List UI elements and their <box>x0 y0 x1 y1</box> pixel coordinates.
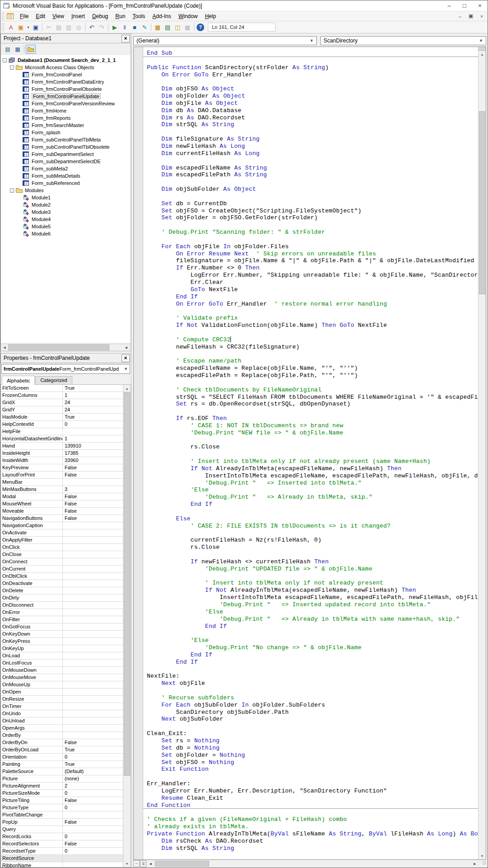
code-line[interactable]: escapedFileName = Replace(objFile.Name, … <box>143 365 478 372</box>
code-editor[interactable]: End Sub Public Function ScanDirectory(st… <box>143 47 478 859</box>
code-line[interactable] <box>143 236 478 243</box>
property-row-onkeydown[interactable]: OnKeyDown <box>1 631 123 638</box>
property-row-onundo[interactable]: OnUndo <box>1 710 123 717</box>
property-row-modal[interactable]: ModalFalse <box>1 493 123 500</box>
code-line[interactable]: Dim rsCheck As DAO.Recordset <box>143 838 478 845</box>
code-line[interactable] <box>143 307 478 315</box>
property-row-orderbyon[interactable]: OrderByOnFalse <box>1 739 123 746</box>
property-row-ondelete[interactable]: OnDelete <box>1 587 123 594</box>
code-line[interactable]: Dim rs As DAO.Recordset <box>143 114 478 122</box>
property-value[interactable] <box>63 529 123 536</box>
property-value[interactable] <box>63 725 123 731</box>
property-value[interactable] <box>63 652 123 659</box>
code-line[interactable]: Private Function AlreadyInTblMeta(ByVal … <box>143 830 478 838</box>
property-row-onclose[interactable]: OnClose <box>1 551 123 558</box>
mdi-restore-icon[interactable]: ▣ <box>466 12 476 20</box>
property-row-pivottablechange[interactable]: PivotTableChange <box>1 811 123 819</box>
property-value[interactable]: False <box>63 819 123 826</box>
property-row-ribbonname[interactable]: RibbonName <box>1 862 123 867</box>
toolbox-icon[interactable]: ▩ <box>183 22 192 32</box>
property-value[interactable] <box>63 862 123 867</box>
code-line[interactable] <box>143 508 478 515</box>
code-line[interactable]: ' Checks if a given (FileNameOriginal + … <box>143 816 478 823</box>
project-explorer-icon[interactable]: ▦ <box>153 22 163 32</box>
vscroll-thumb[interactable] <box>124 392 130 776</box>
code-line[interactable]: If Not AlreadyInTblMeta(escapedFileName,… <box>143 465 478 472</box>
property-value[interactable] <box>63 479 123 486</box>
menu-debug[interactable]: Debug <box>89 12 112 21</box>
code-line[interactable]: 'Debug.Print "NEW file => " & objFile.Na… <box>143 429 478 437</box>
property-row-mousewheel[interactable]: MouseWheelFalse <box>1 500 123 508</box>
break-icon[interactable]: ‖ <box>120 22 130 32</box>
property-value[interactable]: False <box>63 797 123 804</box>
reset-icon[interactable]: ■ <box>130 22 140 32</box>
code-line[interactable]: If Not AlreadyInTblMeta(escapedFileName,… <box>143 587 478 594</box>
code-line[interactable]: Next objSubFolder <box>143 716 478 723</box>
property-value[interactable] <box>63 558 123 565</box>
property-value[interactable] <box>63 623 123 630</box>
menubar-grip[interactable] <box>2 13 4 20</box>
toggle-folders-icon[interactable] <box>26 45 36 54</box>
save-icon[interactable]: ▣ <box>31 22 41 32</box>
code-line[interactable]: Set objFolder = objFSO.GetFolder(strFold… <box>143 214 478 222</box>
property-row-painting[interactable]: PaintingTrue <box>1 761 123 768</box>
code-line[interactable]: Set rs = Nothing <box>143 737 478 745</box>
project-tree-hscrollbar[interactable]: ◀ ▶ <box>0 344 131 351</box>
property-row-gridy[interactable]: GridY24 <box>1 406 123 414</box>
design-mode-icon[interactable]: ✎ <box>140 22 150 32</box>
menu-help[interactable]: Help <box>201 12 220 21</box>
property-row-ondisconnect[interactable]: OnDisconnect <box>1 602 123 609</box>
property-value[interactable]: 0 <box>63 790 123 797</box>
property-row-onlostfocus[interactable]: OnLostFocus <box>1 660 123 667</box>
undo-icon[interactable]: ↶ <box>87 22 97 32</box>
code-line[interactable]: Dim strSQL As String <box>143 121 478 128</box>
tree-item-form_frmcontrolpanelupdate[interactable]: Form_frmControlPanelUpdate <box>1 93 131 100</box>
property-value[interactable] <box>63 566 123 572</box>
view-code-icon[interactable]: ▤ <box>3 45 13 54</box>
property-row-moveable[interactable]: MoveableFalse <box>1 508 123 515</box>
property-row-onresize[interactable]: OnResize <box>1 696 123 703</box>
tree-item-module2[interactable]: Module2 <box>1 201 131 208</box>
menu-addins[interactable]: Add-Ins <box>149 12 174 21</box>
find-icon[interactable]: ◎ <box>74 22 84 32</box>
code-line[interactable] <box>143 179 478 186</box>
code-line[interactable]: Dim fileSignature As String <box>143 136 478 143</box>
property-value[interactable]: 1 <box>63 392 123 399</box>
menu-tools[interactable]: Tools <box>129 12 149 21</box>
property-value[interactable] <box>63 855 123 862</box>
property-value[interactable]: 0 <box>63 848 123 854</box>
property-value[interactable]: (Default) <box>63 768 123 775</box>
code-line[interactable]: If rs.EOF Then <box>143 415 478 422</box>
code-line[interactable]: 'Debug.Print " => Inserted into tblMeta.… <box>143 480 478 487</box>
code-line[interactable]: On Error GoTo Err_Handler <box>143 71 478 79</box>
property-row-keypreview[interactable]: KeyPreviewFalse <box>1 464 123 472</box>
code-line[interactable]: ' Validate prefix <box>143 315 478 322</box>
code-line[interactable]: ScanDirectory objSubFolder.Path <box>143 709 478 716</box>
scroll-up-icon[interactable]: ▲ <box>479 51 486 58</box>
code-line[interactable]: Err.Clear <box>143 279 478 286</box>
property-value[interactable]: False <box>63 493 123 500</box>
code-line[interactable] <box>143 630 478 637</box>
property-value[interactable]: (none) <box>63 775 123 782</box>
mdi-minimize-icon[interactable]: – <box>455 12 465 20</box>
property-row-onmousemove[interactable]: OnMouseMove <box>1 674 123 681</box>
code-line[interactable]: End If <box>143 501 478 508</box>
object-dropdown[interactable]: (General) ▼ <box>133 36 317 45</box>
property-row-onload[interactable]: OnLoad <box>1 652 123 660</box>
property-row-onmouseup[interactable]: OnMouseUp <box>1 681 123 689</box>
property-row-onfilter[interactable]: OnFilter <box>1 616 123 623</box>
tree-item-form_subcontrolpaneltblobsolete[interactable]: Form_subControlPanelTblObsolete <box>1 143 131 151</box>
code-line[interactable]: For Each objSubFolder In objFolder.SubFo… <box>143 702 478 709</box>
property-row-menubar[interactable]: MenuBar <box>1 479 123 486</box>
code-line[interactable] <box>143 222 478 229</box>
property-row-picturesizemode[interactable]: PictureSizeMode0 <box>1 790 123 797</box>
properties-window-icon[interactable]: ▤ <box>163 22 173 32</box>
code-line[interactable]: Set rs = db.OpenRecordset(strSQL, dbOpen… <box>143 401 478 408</box>
property-row-onmousedown[interactable]: OnMouseDown <box>1 667 123 674</box>
tree-item-module3[interactable]: Module3 <box>1 208 131 216</box>
property-value[interactable]: 24 <box>63 399 123 406</box>
code-line[interactable]: ' Check tblDocuments by FileNameOriginal <box>143 387 478 394</box>
scroll-left-icon[interactable]: ◀ <box>147 860 154 867</box>
menu-view[interactable]: View <box>49 12 68 21</box>
property-value[interactable]: False <box>63 500 123 507</box>
